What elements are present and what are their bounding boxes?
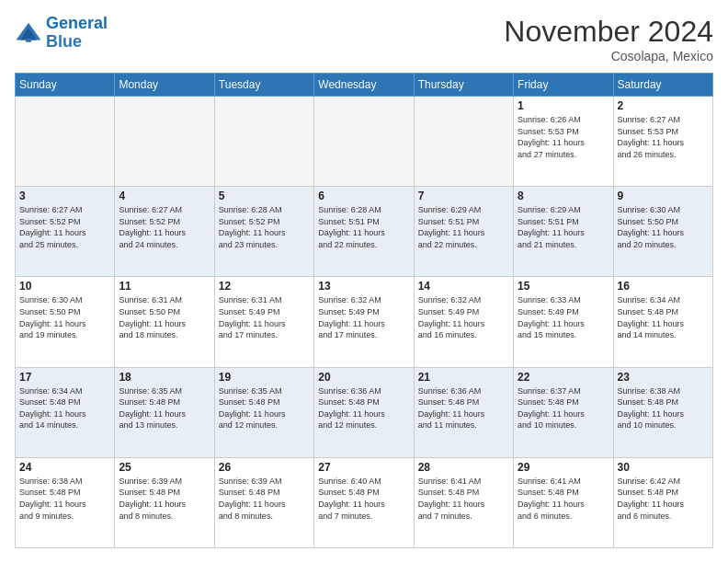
day-info: Sunrise: 6:38 AM Sunset: 5:48 PM Dayligh… [618, 385, 709, 431]
calendar-day [16, 97, 115, 187]
day-info: Sunrise: 6:36 AM Sunset: 5:48 PM Dayligh… [318, 385, 409, 431]
day-number: 7 [418, 190, 509, 202]
header-tuesday: Tuesday [214, 74, 313, 97]
day-number: 27 [318, 461, 409, 474]
day-info: Sunrise: 6:28 AM Sunset: 5:52 PM Dayligh… [219, 204, 310, 250]
day-info: Sunrise: 6:26 AM Sunset: 5:53 PM Dayligh… [518, 114, 609, 160]
calendar-day: 14Sunrise: 6:32 AM Sunset: 5:49 PM Dayli… [414, 277, 513, 367]
logo-line2: Blue [46, 33, 108, 52]
day-number: 3 [19, 190, 110, 202]
day-info: Sunrise: 6:33 AM Sunset: 5:49 PM Dayligh… [518, 294, 609, 340]
day-number: 9 [618, 190, 709, 202]
calendar-day: 29Sunrise: 6:41 AM Sunset: 5:48 PM Dayli… [514, 457, 613, 547]
logo-text: General Blue [46, 15, 108, 52]
day-number: 30 [618, 461, 709, 474]
calendar-day: 25Sunrise: 6:39 AM Sunset: 5:48 PM Dayli… [115, 457, 214, 547]
calendar-day: 4Sunrise: 6:27 AM Sunset: 5:52 PM Daylig… [115, 187, 214, 277]
logo-icon [15, 19, 42, 47]
day-info: Sunrise: 6:29 AM Sunset: 5:51 PM Dayligh… [518, 204, 609, 250]
day-number: 22 [518, 371, 609, 384]
day-info: Sunrise: 6:28 AM Sunset: 5:51 PM Dayligh… [318, 204, 409, 250]
calendar-day: 16Sunrise: 6:34 AM Sunset: 5:48 PM Dayli… [613, 277, 712, 367]
day-number: 23 [618, 371, 709, 384]
day-info: Sunrise: 6:31 AM Sunset: 5:50 PM Dayligh… [119, 294, 210, 340]
calendar-table: Sunday Monday Tuesday Wednesday Thursday… [15, 73, 713, 548]
day-number: 24 [19, 461, 110, 474]
day-info: Sunrise: 6:36 AM Sunset: 5:48 PM Dayligh… [418, 385, 509, 431]
day-info: Sunrise: 6:31 AM Sunset: 5:49 PM Dayligh… [219, 294, 310, 340]
calendar-day: 6Sunrise: 6:28 AM Sunset: 5:51 PM Daylig… [314, 187, 414, 277]
calendar-day [314, 97, 414, 187]
calendar-day: 2Sunrise: 6:27 AM Sunset: 5:53 PM Daylig… [613, 97, 712, 187]
calendar-day: 3Sunrise: 6:27 AM Sunset: 5:52 PM Daylig… [16, 187, 115, 277]
day-info: Sunrise: 6:34 AM Sunset: 5:48 PM Dayligh… [618, 294, 709, 340]
month-title: November 2024 [504, 15, 713, 49]
day-info: Sunrise: 6:35 AM Sunset: 5:48 PM Dayligh… [219, 385, 310, 431]
day-number: 11 [119, 280, 210, 293]
day-number: 5 [219, 190, 310, 202]
day-number: 25 [119, 461, 210, 474]
day-number: 1 [518, 99, 609, 112]
day-info: Sunrise: 6:38 AM Sunset: 5:48 PM Dayligh… [19, 476, 110, 522]
day-number: 4 [119, 190, 210, 202]
day-number: 8 [518, 190, 609, 202]
calendar-day [214, 97, 313, 187]
logo: General Blue [15, 15, 108, 52]
day-info: Sunrise: 6:41 AM Sunset: 5:48 PM Dayligh… [518, 476, 609, 522]
calendar-day: 19Sunrise: 6:35 AM Sunset: 5:48 PM Dayli… [214, 367, 313, 457]
day-info: Sunrise: 6:32 AM Sunset: 5:49 PM Dayligh… [318, 294, 409, 340]
calendar-day: 22Sunrise: 6:37 AM Sunset: 5:48 PM Dayli… [514, 367, 613, 457]
day-number: 14 [418, 280, 509, 293]
calendar-day: 5Sunrise: 6:28 AM Sunset: 5:52 PM Daylig… [214, 187, 313, 277]
day-info: Sunrise: 6:39 AM Sunset: 5:48 PM Dayligh… [219, 476, 310, 522]
day-number: 26 [219, 461, 310, 474]
calendar-header-row: Sunday Monday Tuesday Wednesday Thursday… [16, 74, 713, 97]
day-number: 16 [618, 280, 709, 293]
day-number: 21 [418, 371, 509, 384]
day-number: 10 [19, 280, 110, 293]
calendar-day [115, 97, 214, 187]
calendar-day: 11Sunrise: 6:31 AM Sunset: 5:50 PM Dayli… [115, 277, 214, 367]
svg-rect-2 [26, 39, 31, 42]
header-thursday: Thursday [414, 74, 513, 97]
header-wednesday: Wednesday [314, 74, 414, 97]
calendar-day: 10Sunrise: 6:30 AM Sunset: 5:50 PM Dayli… [16, 277, 115, 367]
day-number: 28 [418, 461, 509, 474]
header-friday: Friday [514, 74, 613, 97]
day-number: 20 [318, 371, 409, 384]
day-info: Sunrise: 6:27 AM Sunset: 5:52 PM Dayligh… [119, 204, 210, 250]
day-info: Sunrise: 6:34 AM Sunset: 5:48 PM Dayligh… [19, 385, 110, 431]
header-monday: Monday [115, 74, 214, 97]
calendar-day: 27Sunrise: 6:40 AM Sunset: 5:48 PM Dayli… [314, 457, 414, 547]
calendar-day: 21Sunrise: 6:36 AM Sunset: 5:48 PM Dayli… [414, 367, 513, 457]
day-info: Sunrise: 6:30 AM Sunset: 5:50 PM Dayligh… [618, 204, 709, 250]
day-number: 12 [219, 280, 310, 293]
calendar-day: 23Sunrise: 6:38 AM Sunset: 5:48 PM Dayli… [613, 367, 712, 457]
calendar-day: 13Sunrise: 6:32 AM Sunset: 5:49 PM Dayli… [314, 277, 414, 367]
calendar-day: 24Sunrise: 6:38 AM Sunset: 5:48 PM Dayli… [16, 457, 115, 547]
day-number: 17 [19, 371, 110, 384]
calendar-day: 26Sunrise: 6:39 AM Sunset: 5:48 PM Dayli… [214, 457, 313, 547]
day-info: Sunrise: 6:37 AM Sunset: 5:48 PM Dayligh… [518, 385, 609, 431]
day-info: Sunrise: 6:27 AM Sunset: 5:53 PM Dayligh… [618, 114, 709, 160]
calendar-day: 20Sunrise: 6:36 AM Sunset: 5:48 PM Dayli… [314, 367, 414, 457]
page: General Blue November 2024 Cosolapa, Mex… [0, 0, 728, 563]
calendar-day [414, 97, 513, 187]
logo-line1: General [46, 14, 108, 32]
calendar-week-row: 3Sunrise: 6:27 AM Sunset: 5:52 PM Daylig… [16, 187, 713, 277]
calendar-day: 17Sunrise: 6:34 AM Sunset: 5:48 PM Dayli… [16, 367, 115, 457]
location: Cosolapa, Mexico [504, 49, 713, 63]
header-sunday: Sunday [16, 74, 115, 97]
day-number: 15 [518, 280, 609, 293]
day-info: Sunrise: 6:39 AM Sunset: 5:48 PM Dayligh… [119, 476, 210, 522]
day-info: Sunrise: 6:32 AM Sunset: 5:49 PM Dayligh… [418, 294, 509, 340]
header: General Blue November 2024 Cosolapa, Mex… [15, 15, 713, 63]
day-info: Sunrise: 6:42 AM Sunset: 5:48 PM Dayligh… [618, 476, 709, 522]
calendar-day: 8Sunrise: 6:29 AM Sunset: 5:51 PM Daylig… [514, 187, 613, 277]
day-info: Sunrise: 6:29 AM Sunset: 5:51 PM Dayligh… [418, 204, 509, 250]
calendar-day: 7Sunrise: 6:29 AM Sunset: 5:51 PM Daylig… [414, 187, 513, 277]
calendar-day: 9Sunrise: 6:30 AM Sunset: 5:50 PM Daylig… [613, 187, 712, 277]
day-info: Sunrise: 6:41 AM Sunset: 5:48 PM Dayligh… [418, 476, 509, 522]
title-block: November 2024 Cosolapa, Mexico [504, 15, 713, 63]
calendar-day: 28Sunrise: 6:41 AM Sunset: 5:48 PM Dayli… [414, 457, 513, 547]
